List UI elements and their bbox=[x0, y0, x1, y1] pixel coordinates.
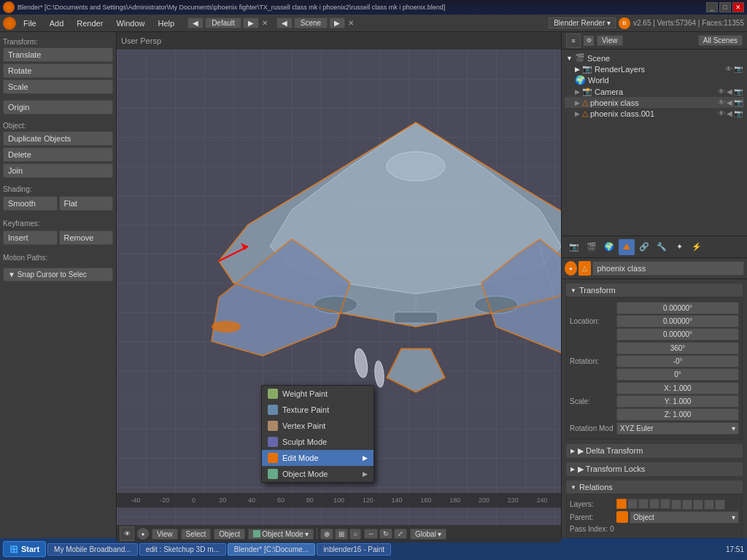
location-x-input[interactable] bbox=[616, 302, 739, 314]
tree-phoenix-class[interactable]: ▶ △ phoenix class 👁 ◀ 📷 bbox=[565, 97, 744, 108]
modifier-icon[interactable]: 🔧 bbox=[654, 239, 670, 255]
ruler-item: 100 bbox=[325, 497, 354, 504]
flat-button[interactable]: Flat bbox=[59, 196, 114, 211]
pivot-button[interactable]: ⊕ bbox=[320, 529, 333, 540]
scene-prop-icon[interactable]: 🎬 bbox=[584, 239, 600, 255]
translate-button[interactable]: Translate bbox=[3, 47, 113, 62]
close-button[interactable]: ✕ bbox=[732, 2, 744, 12]
prop-edit-button[interactable]: ○ bbox=[349, 529, 361, 540]
viewport-canvas[interactable]: -40 -20 0 20 40 60 80 100 120 140 160 18… bbox=[117, 50, 561, 525]
particles-icon[interactable]: ✦ bbox=[671, 239, 687, 255]
delete-button[interactable]: Delete bbox=[3, 147, 113, 162]
scene-prev[interactable]: ◀ bbox=[276, 18, 293, 28]
tree-phoenix-class-001[interactable]: ▶ △ phoenix class.001 👁 ◀ 📷 bbox=[565, 108, 744, 119]
ctx-vertex-paint[interactable]: Vertex Paint bbox=[262, 418, 374, 434]
ctx-sculpt-mode[interactable]: Sculpt Mode bbox=[262, 434, 374, 450]
rotation-mode-select[interactable]: XYZ Euler ▾ bbox=[616, 422, 739, 435]
taskbar-mobile[interactable]: My Mobile Broadband... bbox=[47, 543, 138, 556]
tree-camera[interactable]: ▶ 📸 Camera 👁 ◀ 📷 bbox=[565, 86, 744, 97]
rotation-y-input[interactable] bbox=[616, 355, 739, 368]
rotation-z-input[interactable] bbox=[616, 368, 739, 381]
scale-x-input[interactable] bbox=[616, 382, 739, 394]
view-button[interactable]: View bbox=[152, 529, 178, 540]
object-name-input[interactable] bbox=[592, 261, 744, 276]
insert-button[interactable]: Insert bbox=[3, 230, 58, 245]
select-button[interactable]: Select bbox=[181, 529, 212, 540]
layer-3[interactable] bbox=[638, 499, 649, 509]
rotation-label: Rotation: bbox=[570, 357, 614, 365]
scene-next[interactable]: ▶ bbox=[329, 18, 345, 28]
start-button[interactable]: ⊞ Start bbox=[3, 541, 46, 557]
tree-world[interactable]: 🌍 World bbox=[565, 74, 744, 86]
menu-file[interactable]: File bbox=[18, 18, 42, 29]
engine-selector[interactable]: Blender Render ▾ bbox=[549, 18, 616, 28]
taskbar-blender[interactable]: Blender* [C:\Docume... bbox=[228, 543, 315, 556]
relations-title[interactable]: ▼ Relations bbox=[566, 481, 743, 494]
menu-add[interactable]: Add bbox=[44, 18, 70, 29]
scale-y-input[interactable] bbox=[616, 395, 739, 408]
duplicate-button[interactable]: Duplicate Objects bbox=[3, 131, 113, 146]
header-right: Blender Render ▾ B v2.65 | Verts:57364 |… bbox=[549, 18, 744, 29]
workspace-prev[interactable]: ◀ bbox=[187, 18, 204, 28]
move-icon[interactable]: ↔ bbox=[364, 529, 378, 539]
view-btn[interactable]: View bbox=[597, 35, 623, 46]
layer-6[interactable] bbox=[671, 499, 681, 510]
origin-button[interactable]: Origin bbox=[3, 100, 113, 114]
rotate-button[interactable]: Rotate bbox=[3, 63, 113, 78]
layer-4[interactable] bbox=[649, 499, 659, 509]
layer-5[interactable] bbox=[660, 499, 670, 509]
parent-select[interactable]: Object ▾ bbox=[630, 511, 739, 524]
minimize-button[interactable]: _ bbox=[706, 2, 718, 12]
layer-10[interactable] bbox=[715, 499, 725, 510]
scale-icon[interactable]: ⤢ bbox=[394, 529, 407, 539]
ctx-weight-paint[interactable]: Weight Paint bbox=[262, 386, 374, 402]
snap-cursor-button[interactable]: ▼ Snap Cursor to Selec bbox=[3, 268, 113, 281]
join-button[interactable]: Join bbox=[3, 163, 113, 178]
taskbar-sketchup[interactable]: edit : Sketchup 3D m... bbox=[139, 543, 226, 556]
menu-render[interactable]: Render bbox=[71, 18, 109, 29]
svg-point-16 bbox=[353, 348, 370, 378]
object-button[interactable]: Object bbox=[214, 529, 245, 540]
global-selector[interactable]: Global ▾ bbox=[410, 529, 446, 540]
layer-9[interactable] bbox=[704, 499, 714, 510]
transform-locks-title[interactable]: ▶ ▶ Transform Locks bbox=[566, 462, 743, 476]
world-prop-icon[interactable]: 🌍 bbox=[601, 239, 617, 255]
location-z-input[interactable] bbox=[616, 328, 739, 341]
object-prop-icon[interactable] bbox=[619, 239, 635, 255]
location-row: Location: bbox=[570, 302, 739, 341]
all-scenes-btn[interactable]: All Scenes bbox=[698, 35, 743, 46]
workspace-next[interactable]: ▶ bbox=[243, 18, 259, 28]
constraints-icon[interactable]: 🔗 bbox=[636, 239, 652, 255]
transform-title[interactable]: ▼ Transform bbox=[566, 284, 743, 297]
delta-transform-title[interactable]: ▶ ▶ Delta Transform bbox=[566, 444, 743, 458]
menu-help[interactable]: Help bbox=[152, 18, 181, 29]
ctx-object-mode[interactable]: Object Mode ▶ bbox=[262, 466, 374, 482]
rotation-inputs bbox=[616, 342, 739, 381]
render-prop-icon[interactable]: 📷 bbox=[566, 239, 582, 255]
rotation-x-input[interactable] bbox=[616, 342, 739, 354]
layer-1[interactable] bbox=[616, 499, 627, 509]
ctx-edit-mode[interactable]: Edit Mode ▶ bbox=[262, 450, 374, 466]
maximize-button[interactable]: □ bbox=[719, 2, 731, 12]
location-y-input[interactable] bbox=[616, 315, 739, 327]
parent-icon bbox=[616, 511, 628, 523]
viewport-area[interactable]: User Persp bbox=[117, 32, 561, 542]
scale-button[interactable]: Scale bbox=[3, 79, 113, 94]
tree-scene[interactable]: ▼ 🎬 Scene bbox=[565, 52, 744, 63]
ctx-texture-paint[interactable]: Texture Paint bbox=[262, 402, 374, 418]
object-color-swatch[interactable]: ● bbox=[565, 261, 577, 276]
layer-8[interactable] bbox=[693, 499, 703, 510]
scale-z-input[interactable] bbox=[616, 408, 739, 421]
mode-selector[interactable]: Object Mode ▾ bbox=[248, 529, 314, 540]
rotate-icon[interactable]: ↻ bbox=[379, 529, 392, 539]
layer-7[interactable] bbox=[682, 499, 692, 510]
smooth-button[interactable]: Smooth bbox=[3, 196, 58, 211]
physics-icon[interactable]: ⚡ bbox=[689, 239, 705, 255]
tree-render-layers[interactable]: ▶ 📷 RenderLayers 👁 📷 bbox=[565, 63, 744, 74]
menu-window[interactable]: Window bbox=[110, 18, 150, 29]
viewport-icon[interactable]: 👁 bbox=[120, 526, 134, 541]
taskbar-paint[interactable]: inblender16 - Paint bbox=[317, 543, 391, 556]
remove-button[interactable]: Remove bbox=[59, 230, 114, 245]
layer-2[interactable] bbox=[627, 499, 638, 509]
snap-button[interactable]: ⊞ bbox=[335, 529, 348, 540]
